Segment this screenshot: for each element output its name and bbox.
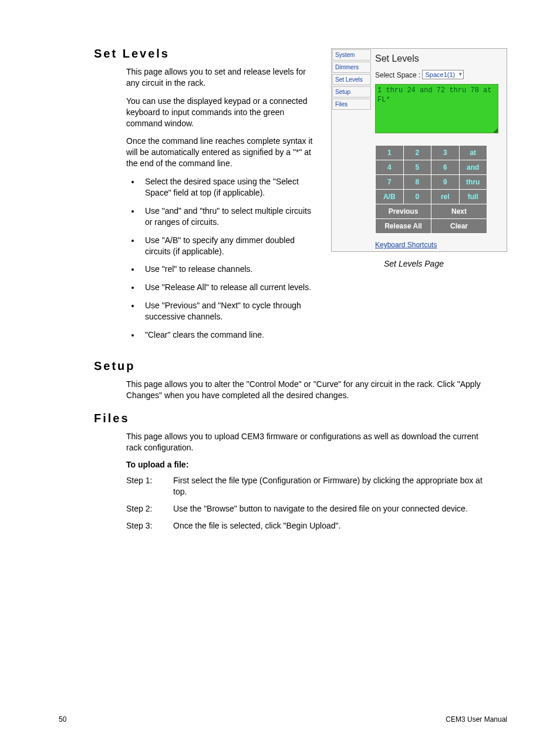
sidebar-item-dimmers[interactable]: Dimmers	[332, 62, 371, 73]
paragraph: This page allows you to set and release …	[126, 66, 314, 89]
resize-handle-icon[interactable]	[493, 128, 498, 133]
step-row: Step 1: First select the file type (Conf…	[126, 475, 495, 497]
ui-main: Set Levels Select Space : Space1(1) 1 th…	[372, 49, 507, 251]
list-item: "Clear" clears the command line.	[140, 329, 314, 341]
sidebar-item-system[interactable]: System	[332, 49, 371, 60]
step-label: Step 3:	[126, 520, 173, 531]
keypad-3[interactable]: 3	[431, 146, 460, 160]
list-item: Use "and" and "thru" to select multiple …	[140, 206, 314, 228]
keypad-previous[interactable]: Previous	[376, 204, 431, 219]
keypad-next[interactable]: Next	[431, 204, 487, 219]
figure-set-levels-page: System Dimmers Set Levels Setup Files Se…	[331, 48, 507, 268]
keypad-rel[interactable]: rel	[431, 190, 460, 204]
command-window[interactable]: 1 thru 24 and 72 thru 78 at FL*	[375, 84, 498, 133]
select-space-label: Select Space :	[375, 71, 420, 79]
ui-frame: System Dimmers Set Levels Setup Files Se…	[331, 48, 507, 252]
keypad-at[interactable]: at	[459, 146, 487, 160]
list-item: Use "Release All" to release all current…	[140, 282, 314, 293]
upload-heading: To upload a file:	[126, 460, 507, 469]
sidebar-item-set-levels[interactable]: Set Levels	[332, 74, 371, 85]
ui-sidebar: System Dimmers Set Levels Setup Files	[332, 49, 372, 251]
list-item: Use "rel" to release channels.	[140, 264, 314, 275]
keyboard-shortcuts-link[interactable]: Keyboard Shortcuts	[375, 241, 503, 249]
page-number: 50	[59, 715, 66, 724]
step-text: Once the file is selected, click "Begin …	[173, 520, 340, 531]
bullet-list: Select the desired space using the "Sele…	[126, 176, 314, 341]
keypad-and[interactable]: and	[459, 160, 487, 175]
command-text: 1 thru 24 and 72 thru 78 at FL*	[377, 86, 491, 104]
list-item: Select the desired space using the "Sele…	[140, 176, 314, 198]
keypad-4[interactable]: 4	[376, 160, 404, 175]
keypad-release-all[interactable]: Release All	[376, 219, 431, 234]
paragraph: This page allows you to alter the "Contr…	[126, 379, 495, 401]
keypad-thru[interactable]: thru	[459, 175, 487, 190]
keypad-2[interactable]: 2	[403, 146, 431, 160]
keypad-0[interactable]: 0	[403, 190, 431, 204]
step-text: First select the file type (Configuratio…	[173, 475, 495, 497]
step-label: Step 1:	[126, 475, 173, 497]
keypad-9[interactable]: 9	[431, 175, 460, 190]
paragraph: This page allows you to upload CEM3 firm…	[126, 431, 495, 453]
keypad-1[interactable]: 1	[376, 146, 404, 160]
heading-files: Files	[94, 412, 507, 425]
manual-title: CEM3 User Manual	[446, 715, 507, 724]
keypad-5[interactable]: 5	[403, 160, 431, 175]
keypad-6[interactable]: 6	[431, 160, 460, 175]
step-row: Step 3: Once the file is selected, click…	[126, 520, 495, 531]
list-item: Use "Previous" and "Next" to cycle throu…	[140, 300, 314, 322]
paragraph: Once the command line reaches complete s…	[126, 136, 314, 169]
keypad-full[interactable]: full	[459, 190, 487, 204]
keypad-7[interactable]: 7	[376, 175, 404, 190]
list-item: Use "A/B" to specify any dimmer doubled …	[140, 235, 314, 257]
sidebar-item-setup[interactable]: Setup	[332, 86, 371, 97]
steps-list: Step 1: First select the file type (Conf…	[126, 475, 495, 531]
paragraph: You can use the displayed keypad or a co…	[126, 96, 314, 129]
step-text: Use the "Browse" button to navigate to t…	[173, 503, 468, 514]
select-space-dropdown[interactable]: Space1(1)	[422, 70, 464, 79]
step-label: Step 2:	[126, 503, 173, 514]
keypad-clear[interactable]: Clear	[431, 219, 487, 234]
heading-setup: Setup	[94, 359, 507, 373]
sidebar-item-files[interactable]: Files	[332, 99, 371, 110]
ui-title: Set Levels	[375, 53, 503, 64]
keypad-8[interactable]: 8	[403, 175, 431, 190]
keypad-ab[interactable]: A/B	[376, 190, 404, 204]
step-row: Step 2: Use the "Browse" button to navig…	[126, 503, 495, 514]
keypad: 1 2 3 at 4 5 6 and 7 8 9 thru	[375, 145, 487, 234]
figure-caption: Set Levels Page	[384, 259, 507, 268]
